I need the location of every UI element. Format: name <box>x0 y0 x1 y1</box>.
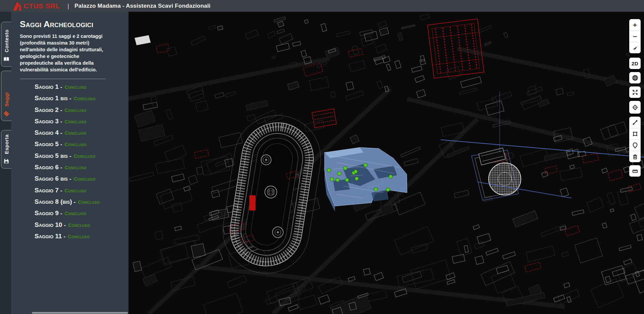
saggio-item[interactable]: Saggio 11-Concluso <box>20 233 129 244</box>
tab-esporta-label: Esporta <box>4 134 9 154</box>
saggio-name: Saggio 2 <box>35 106 59 114</box>
globe-button[interactable] <box>629 72 641 83</box>
item-separator: - <box>60 164 62 171</box>
saggio-item[interactable]: Saggio 5-Concluso <box>20 140 129 152</box>
saggio-name: Saggio 7 <box>35 187 59 194</box>
sidebar-tab-rail: Contesto Saggi Esporta <box>0 12 11 314</box>
saggio-name: Saggio 1 <box>35 83 59 90</box>
zoom-out-button[interactable]: − <box>629 30 641 42</box>
draw-line-button[interactable] <box>629 117 641 128</box>
survey-point[interactable] <box>344 167 347 170</box>
saggi-list: Saggio 1-Concluso Saggio 1 bis-Concluso … <box>20 83 129 244</box>
draw-rectangle-button[interactable] <box>629 128 641 139</box>
saggio-name: Saggio 6 bis <box>35 175 68 182</box>
horizontal-scrollbar[interactable] <box>32 312 128 314</box>
item-separator: - <box>60 187 62 194</box>
saggio-name: Saggio 4 <box>35 129 59 136</box>
title-divider: | <box>67 2 69 10</box>
book-icon <box>3 56 9 62</box>
fullscreen-icon <box>632 89 638 96</box>
saggio-item[interactable]: Saggio 9-Concluso <box>20 209 129 221</box>
sidebar-tab-esporta[interactable]: Esporta <box>1 130 11 169</box>
item-separator: - <box>69 176 71 182</box>
survey-point[interactable] <box>374 188 378 191</box>
rectangle-tool-icon <box>632 131 638 137</box>
measure-button[interactable] <box>629 165 641 177</box>
saggio-name: Saggio 8 (bis) <box>35 198 72 205</box>
saggio-status: Concluso <box>65 165 87 170</box>
marker-tool-icon <box>632 142 638 148</box>
saggio-status: Concluso <box>73 176 95 182</box>
saggio-name: Saggio 1 bis <box>35 95 68 102</box>
survey-point[interactable] <box>327 169 331 172</box>
save-icon <box>3 158 9 164</box>
item-separator: - <box>63 233 65 240</box>
map-canvas[interactable]: + − 2D <box>129 12 644 314</box>
project-title: Palazzo Madama - Assistenza Scavi Fondaz… <box>75 3 210 9</box>
item-separator: - <box>60 107 62 114</box>
saggio-item[interactable]: Saggio 10-Concluso <box>20 221 129 233</box>
tab-contesto-label: Contesto <box>4 29 9 52</box>
panel-description: Sono previsti 11 saggi e 2 carotaggi (pr… <box>20 33 106 73</box>
saggio-item[interactable]: Saggio 1 bis-Concluso <box>20 95 129 106</box>
draw-tools-group <box>629 117 641 162</box>
survey-point[interactable] <box>345 178 349 182</box>
saggio-name: Saggio 9 <box>35 209 59 217</box>
draw-marker-button[interactable] <box>629 139 641 151</box>
zoom-in-button[interactable]: + <box>629 19 641 30</box>
line-tool-icon <box>632 119 638 126</box>
survey-point[interactable] <box>336 178 340 182</box>
saggio-item[interactable]: Saggio 6-Concluso <box>20 164 129 175</box>
survey-point[interactable] <box>364 164 367 167</box>
saggio-status: Concluso <box>73 153 95 159</box>
saggio-status: Concluso <box>73 96 95 101</box>
survey-point[interactable] <box>354 170 358 174</box>
sidebar-tab-saggi[interactable]: Saggi <box>1 71 11 121</box>
survey-point[interactable] <box>330 178 334 181</box>
trash-icon <box>632 153 638 160</box>
item-separator: - <box>69 95 71 102</box>
saggio-status: Concluso <box>65 119 87 124</box>
locate-icon <box>632 104 638 111</box>
saggio-item[interactable]: Saggio 2-Concluso <box>20 106 129 118</box>
saggi-panel: Saggi Archeologici Sono previsti 11 sagg… <box>11 12 129 314</box>
saggio-item[interactable]: Saggio 8 (bis)-Concluso <box>20 198 129 209</box>
actus-logo: CTUS SRL <box>13 1 60 11</box>
saggio-item[interactable]: Saggio 7-Concluso <box>20 187 129 198</box>
globe-icon <box>632 75 638 81</box>
saggio-status: Concluso <box>65 188 87 193</box>
saggio-item[interactable]: Saggio 5 bis-Concluso <box>20 152 129 164</box>
item-separator: - <box>60 210 62 217</box>
delete-button[interactable] <box>629 151 641 162</box>
survey-point[interactable] <box>355 177 359 181</box>
compass-reset-button[interactable] <box>629 42 641 53</box>
layers-icon <box>3 111 9 117</box>
panel-title: Saggi Archeologici <box>20 19 129 29</box>
survey-point[interactable] <box>386 188 390 192</box>
locate-button[interactable] <box>629 101 641 114</box>
saggio-status: Concluso <box>68 234 90 239</box>
mode-2d-button[interactable]: 2D <box>629 58 641 69</box>
ruler-icon <box>632 168 638 174</box>
fullscreen-button[interactable] <box>629 86 641 98</box>
saggio-item[interactable]: Saggio 4-Concluso <box>20 129 129 140</box>
saggio-status: Concluso <box>78 199 100 205</box>
globe-group <box>629 72 641 83</box>
locate-group <box>629 101 641 114</box>
fullscreen-group <box>629 86 641 98</box>
map-3d-view <box>129 12 644 314</box>
panel-divider <box>20 79 106 79</box>
saggio-item[interactable]: Saggio 6 bis-Concluso <box>20 175 129 186</box>
survey-point[interactable] <box>338 172 341 176</box>
sidebar-tab-contesto[interactable]: Contesto <box>1 22 11 67</box>
item-separator: - <box>60 141 62 148</box>
zoom-control-group: + − <box>629 19 641 53</box>
tab-saggi-label: Saggi <box>4 92 9 107</box>
saggio-status: Concluso <box>65 84 87 90</box>
item-separator: - <box>60 118 62 125</box>
measure-group <box>629 165 641 177</box>
saggio-item[interactable]: Saggio 1-Concluso <box>20 83 129 95</box>
item-separator: - <box>73 199 76 205</box>
survey-point[interactable] <box>389 175 393 179</box>
saggio-item[interactable]: Saggio 3-Concluso <box>20 118 129 129</box>
